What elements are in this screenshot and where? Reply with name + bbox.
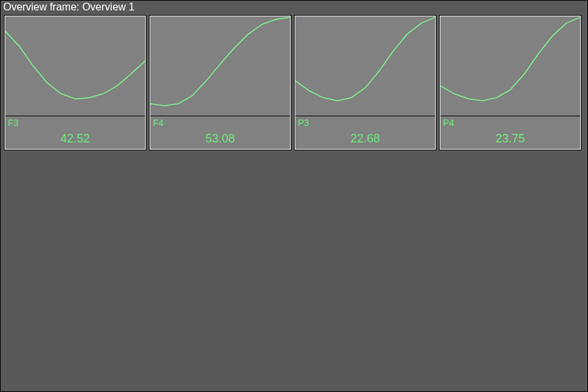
channel-value: 22.68 (295, 132, 435, 146)
plot-f4 (150, 16, 290, 116)
panel-footer: F4 53.08 (150, 116, 290, 149)
overview-frame: Overview frame: Overview 1 F3 42.52 F4 5… (0, 0, 588, 392)
panel-footer: P4 23.75 (440, 116, 580, 149)
line-chart-p4 (440, 16, 580, 116)
channel-label: P3 (298, 118, 309, 128)
line-chart-p3 (295, 16, 435, 116)
channel-label: F4 (153, 118, 163, 128)
channel-value: 53.08 (150, 132, 290, 146)
channel-value: 23.75 (440, 132, 580, 146)
panel-footer: P3 22.68 (295, 116, 435, 149)
plot-p3 (295, 16, 435, 116)
frame-title: Overview frame: Overview 1 (1, 1, 587, 16)
panel-row: F3 42.52 F4 53.08 P3 22.68 (1, 16, 587, 150)
channel-panel-p4[interactable]: P4 23.75 (440, 16, 581, 150)
channel-label: F3 (8, 118, 18, 128)
channel-value: 42.52 (5, 132, 145, 146)
line-chart-f3 (5, 16, 145, 116)
channel-panel-f3[interactable]: F3 42.52 (5, 16, 146, 150)
plot-f3 (5, 16, 145, 116)
channel-panel-p3[interactable]: P3 22.68 (295, 16, 436, 150)
panel-footer: F3 42.52 (5, 116, 145, 149)
channel-panel-f4[interactable]: F4 53.08 (150, 16, 291, 150)
line-chart-f4 (150, 16, 290, 116)
channel-label: P4 (443, 118, 454, 128)
plot-p4 (440, 16, 580, 116)
